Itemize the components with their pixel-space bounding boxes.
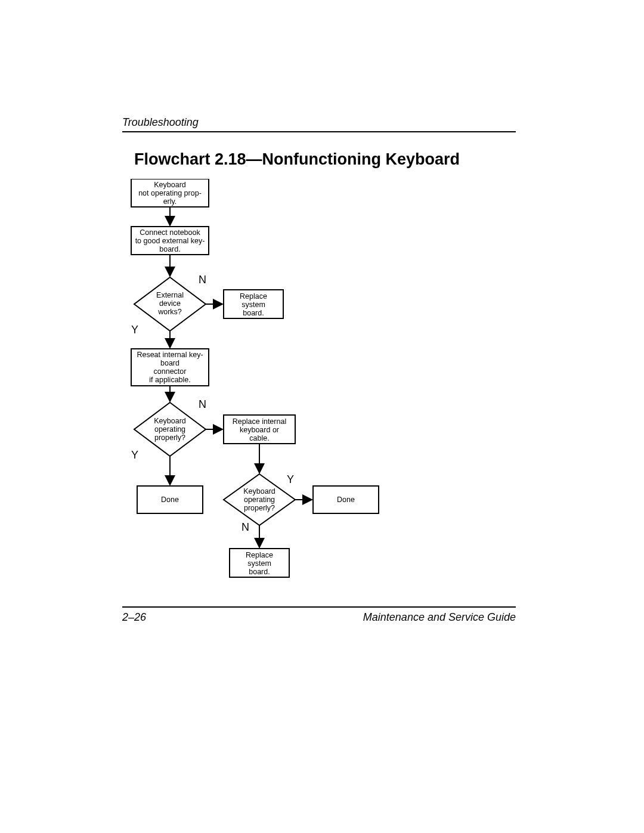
node-kbop2-l1: Keyboard [243, 487, 275, 496]
label-n-3: N [242, 521, 249, 533]
node-kbop1-l1: Keyboard [154, 417, 186, 425]
node-reseat-l4: if applicable. [149, 376, 191, 384]
node-connect-l2: to good external key- [135, 237, 205, 245]
node-replsys2-l3: board. [249, 568, 270, 576]
node-start-l2: not operating prop- [138, 189, 202, 197]
node-reseat-l1: Reseat internal key- [137, 351, 203, 359]
node-kbop1-l3: properly? [154, 433, 185, 442]
node-replsys1-l1: Replace [240, 292, 267, 301]
node-replsys2-l1: Replace [246, 551, 273, 559]
flowchart-title: Flowchart 2.18—Nonfunctioning Keyboard [134, 150, 460, 169]
footer-doc-title: Maintenance and Service Guide [363, 611, 516, 624]
node-kbop2-l2: operating [244, 496, 275, 504]
node-done2: Done [337, 496, 355, 504]
node-replsys1-l3: board. [243, 309, 264, 317]
flowchart-svg: Keyboard not operating prop- erly. Conne… [122, 179, 397, 596]
node-extworks-l2: device [159, 299, 181, 308]
page-footer: 2–26 Maintenance and Service Guide [122, 606, 516, 624]
node-start-l1: Keyboard [154, 181, 186, 189]
node-start-l3: erly. [163, 197, 177, 206]
label-y-2: Y [131, 449, 138, 461]
node-replint-l3: cable. [249, 434, 269, 442]
node-connect-l3: board. [159, 245, 180, 253]
node-replsys2-l2: system [247, 559, 271, 568]
label-y-1: Y [131, 324, 138, 336]
node-reseat-l2: board [160, 359, 179, 367]
node-kbop2-l3: properly? [244, 504, 275, 512]
label-n-1: N [199, 274, 206, 286]
node-extworks-l1: External [156, 291, 184, 299]
node-connect-l1: Connect notebook [140, 228, 200, 237]
label-n-2: N [199, 398, 206, 410]
node-extworks-l3: works? [157, 308, 182, 316]
node-kbop1-l2: operating [154, 425, 185, 433]
footer-page-number: 2–26 [122, 611, 146, 624]
node-replint-l2: keyboard or [240, 426, 279, 434]
node-reseat-l3: connector [154, 367, 187, 376]
node-replint-l1: Replace internal [233, 417, 286, 426]
label-y-3: Y [287, 473, 294, 485]
node-done1: Done [161, 496, 179, 504]
section-header: Troubleshooting [122, 116, 516, 132]
node-replsys1-l2: system [242, 301, 265, 309]
